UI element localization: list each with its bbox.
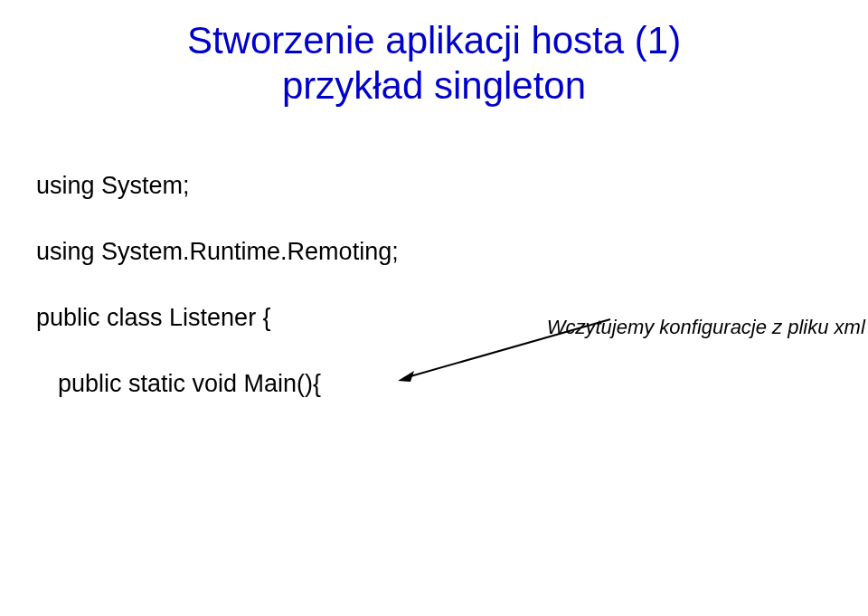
code-line-1: using System;	[36, 169, 832, 202]
title-line-2: przykład singleton	[282, 64, 586, 107]
code-line-2: using System.Runtime.Remoting;	[36, 235, 832, 268]
code-block: using System; using System.Runtime.Remot…	[36, 137, 832, 616]
blank-line	[36, 598, 832, 616]
slide-title: Stworzenie aplikacji hosta (1) przykład …	[36, 18, 832, 109]
inline-comment: Wczytujemy konfiguracje z pliku xml	[514, 288, 865, 368]
slide-container: Stworzenie aplikacji hosta (1) przykład …	[0, 0, 868, 616]
title-line-1: Stworzenie aplikacji hosta (1)	[187, 19, 681, 62]
inline-comment-text: Wczytujemy konfiguracje z pliku xml	[547, 316, 865, 338]
code-line-4: public static void Main(){	[58, 367, 832, 400]
